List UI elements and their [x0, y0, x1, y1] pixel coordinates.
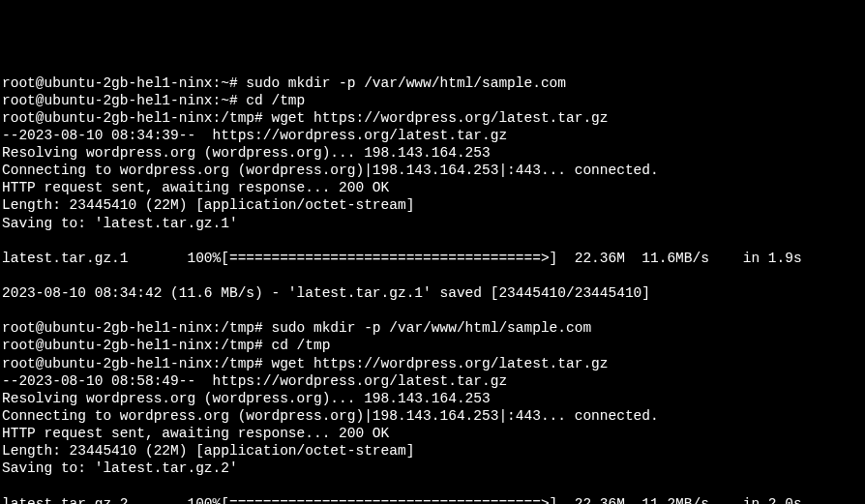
- terminal-line: root@ubuntu-2gb-hel1-ninx:/tmp# wget htt…: [2, 109, 863, 127]
- terminal-line: --2023-08-10 08:58:49-- https://wordpres…: [2, 372, 863, 390]
- terminal-line: Length: 23445410 (22M) [application/octe…: [2, 196, 863, 214]
- shell-command: cd /tmp: [238, 93, 306, 108]
- terminal-line: 2023-08-10 08:34:42 (11.6 MB/s) - 'lates…: [2, 284, 863, 302]
- terminal-line: root@ubuntu-2gb-hel1-ninx:/tmp# wget htt…: [2, 355, 863, 372]
- shell-prompt: root@ubuntu-2gb-hel1-ninx:/tmp#: [2, 338, 263, 353]
- shell-prompt: root@ubuntu-2gb-hel1-ninx:/tmp#: [2, 110, 263, 126]
- blank-line: [2, 477, 863, 494]
- terminal-line: root@ubuntu-2gb-hel1-ninx:~# cd /tmp: [2, 92, 863, 109]
- terminal-line: Resolving wordpress.org (wordpress.org).…: [2, 144, 863, 162]
- terminal-line: HTTP request sent, awaiting response... …: [2, 425, 863, 442]
- blank-line: [2, 302, 863, 319]
- terminal-line: root@ubuntu-2gb-hel1-ninx:~# sudo mkdir …: [2, 74, 863, 92]
- shell-prompt: root@ubuntu-2gb-hel1-ninx:~#: [2, 75, 238, 91]
- terminal-line: HTTP request sent, awaiting response... …: [2, 179, 863, 196]
- shell-prompt: root@ubuntu-2gb-hel1-ninx:~#: [2, 93, 238, 108]
- shell-command: wget https://wordpress.org/latest.tar.gz: [263, 356, 609, 371]
- shell-command: sudo mkdir -p /var/www/html/sample.com: [263, 320, 591, 336]
- shell-prompt: root@ubuntu-2gb-hel1-ninx:/tmp#: [2, 320, 263, 336]
- shell-command: sudo mkdir -p /var/www/html/sample.com: [238, 75, 566, 91]
- progress-line: latest.tar.gz.2 100%[===================…: [2, 495, 863, 505]
- progress-line: latest.tar.gz.1 100%[===================…: [2, 250, 863, 267]
- shell-command: cd /tmp: [263, 338, 331, 353]
- terminal-line: root@ubuntu-2gb-hel1-ninx:/tmp# cd /tmp: [2, 337, 863, 354]
- terminal-line: Saving to: 'latest.tar.gz.1': [2, 215, 863, 232]
- terminal-output[interactable]: root@ubuntu-2gb-hel1-ninx:~# sudo mkdir …: [2, 74, 863, 505]
- blank-line: [2, 232, 863, 250]
- terminal-line: Length: 23445410 (22M) [application/octe…: [2, 442, 863, 460]
- blank-line: [2, 267, 863, 284]
- terminal-line: Connecting to wordpress.org (wordpress.o…: [2, 162, 863, 179]
- terminal-line: Saving to: 'latest.tar.gz.2': [2, 460, 863, 477]
- shell-prompt: root@ubuntu-2gb-hel1-ninx:/tmp#: [2, 356, 263, 371]
- terminal-line: root@ubuntu-2gb-hel1-ninx:/tmp# sudo mkd…: [2, 319, 863, 337]
- terminal-line: Resolving wordpress.org (wordpress.org).…: [2, 390, 863, 407]
- terminal-line: --2023-08-10 08:34:39-- https://wordpres…: [2, 127, 863, 144]
- shell-command: wget https://wordpress.org/latest.tar.gz: [263, 110, 609, 126]
- terminal-line: Connecting to wordpress.org (wordpress.o…: [2, 407, 863, 425]
